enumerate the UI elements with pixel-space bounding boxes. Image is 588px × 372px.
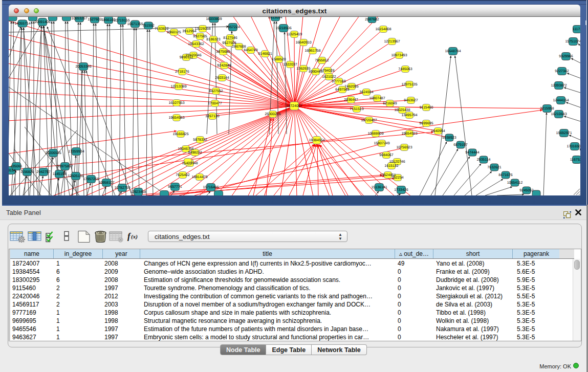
svg-text:9329966: 9329966 bbox=[559, 55, 573, 58]
svg-text:9084067: 9084067 bbox=[379, 154, 393, 157]
svg-text:3215958: 3215958 bbox=[540, 107, 554, 111]
svg-text:16961758: 16961758 bbox=[304, 49, 320, 53]
svg-text:9699695: 9699695 bbox=[419, 122, 433, 125]
svg-text:8471676: 8471676 bbox=[498, 173, 512, 177]
svg-text:7625402: 7625402 bbox=[176, 173, 189, 177]
svg-text:16033809: 16033809 bbox=[206, 17, 222, 21]
svg-text:14055714: 14055714 bbox=[14, 22, 30, 26]
svg-text:19218506: 19218506 bbox=[275, 27, 291, 30]
svg-text:39154: 39154 bbox=[9, 169, 16, 172]
svg-text:10653267: 10653267 bbox=[71, 17, 87, 20]
svg-text:16107553: 16107553 bbox=[168, 101, 184, 105]
svg-text:9890112: 9890112 bbox=[180, 56, 193, 59]
svg-text:19654983: 19654983 bbox=[168, 116, 184, 120]
svg-text:8813054: 8813054 bbox=[268, 17, 282, 19]
svg-text:3624554: 3624554 bbox=[359, 91, 373, 94]
svg-text:2603144: 2603144 bbox=[215, 76, 229, 80]
svg-text:16671355: 16671355 bbox=[127, 23, 143, 26]
svg-text:9777169: 9777169 bbox=[332, 80, 345, 83]
svg-text:8186323: 8186323 bbox=[206, 38, 220, 41]
svg-text:18724007: 18724007 bbox=[286, 104, 302, 108]
svg-text:16543362: 16543362 bbox=[188, 42, 204, 46]
svg-text:20691406: 20691406 bbox=[34, 20, 50, 24]
svg-text:(x): (x) bbox=[131, 233, 138, 240]
svg-text:1167534: 1167534 bbox=[570, 158, 580, 162]
svg-text:2935114: 2935114 bbox=[477, 158, 491, 162]
svg-text:3267130: 3267130 bbox=[205, 115, 219, 118]
svg-text:10688609: 10688609 bbox=[367, 132, 383, 136]
svg-text:9463627: 9463627 bbox=[404, 99, 418, 102]
svg-text:252254: 252254 bbox=[391, 176, 403, 180]
svg-text:751552: 751552 bbox=[142, 24, 154, 28]
svg-text:7151513: 7151513 bbox=[350, 107, 363, 111]
svg-text:16914479: 16914479 bbox=[191, 176, 207, 179]
svg-text:16648784: 16648784 bbox=[445, 50, 461, 53]
svg-text:19384554: 19384554 bbox=[309, 139, 324, 142]
svg-text:16640910: 16640910 bbox=[295, 41, 311, 45]
svg-text:19166825: 19166825 bbox=[172, 133, 188, 136]
svg-text:12923468: 12923468 bbox=[130, 190, 146, 194]
svg-text:3875685: 3875685 bbox=[216, 50, 230, 54]
svg-text:9327505: 9327505 bbox=[193, 35, 207, 38]
svg-text:1733426: 1733426 bbox=[394, 188, 408, 192]
svg-text:1640954: 1640954 bbox=[431, 129, 445, 133]
svg-text:1145194: 1145194 bbox=[53, 172, 67, 176]
svg-text:25300215: 25300215 bbox=[265, 113, 280, 116]
svg-text:10046756: 10046756 bbox=[178, 147, 193, 151]
svg-text:2867608: 2867608 bbox=[232, 45, 246, 49]
svg-text:20206535: 20206535 bbox=[45, 151, 61, 155]
svg-text:17359934: 17359934 bbox=[68, 150, 84, 154]
svg-text:9657771: 9657771 bbox=[168, 185, 182, 189]
svg-text:9474444: 9474444 bbox=[465, 151, 479, 155]
svg-text:9227342: 9227342 bbox=[555, 70, 569, 73]
svg-text:19654923: 19654923 bbox=[401, 132, 417, 136]
svg-text:16154808: 16154808 bbox=[375, 28, 391, 31]
svg-text:7163822: 7163822 bbox=[155, 27, 168, 31]
svg-text:9146821: 9146821 bbox=[258, 52, 272, 56]
svg-text:2718176: 2718176 bbox=[175, 70, 189, 74]
svg-text:10025438: 10025438 bbox=[394, 108, 410, 112]
svg-text:11325419: 11325419 bbox=[287, 33, 302, 36]
svg-text:5878332: 5878332 bbox=[193, 138, 207, 142]
svg-text:20053346: 20053346 bbox=[75, 65, 91, 69]
svg-text:10719155: 10719155 bbox=[114, 19, 129, 23]
svg-text:1700477: 1700477 bbox=[208, 102, 222, 105]
svg-text:7955812: 7955812 bbox=[315, 59, 329, 62]
svg-text:15807249: 15807249 bbox=[374, 142, 389, 145]
svg-text:7485063: 7485063 bbox=[398, 68, 412, 71]
svg-text:16782759: 16782759 bbox=[114, 186, 130, 190]
svg-text:6879197: 6879197 bbox=[453, 143, 467, 147]
svg-text:12213967: 12213967 bbox=[384, 40, 400, 43]
svg-text:1156829: 1156829 bbox=[20, 170, 34, 174]
svg-text:17957255: 17957255 bbox=[83, 178, 99, 181]
svg-text:10756923: 10756923 bbox=[396, 146, 412, 149]
svg-text:12444154: 12444154 bbox=[553, 99, 569, 102]
svg-text:6216049: 6216049 bbox=[383, 102, 397, 105]
svg-text:435061: 435061 bbox=[10, 165, 22, 168]
svg-text:8127546: 8127546 bbox=[223, 36, 237, 40]
svg-text:10654112: 10654112 bbox=[507, 181, 523, 185]
svg-text:13226058: 13226058 bbox=[194, 27, 210, 31]
svg-text:8427552: 8427552 bbox=[209, 90, 223, 93]
svg-text:9527508: 9527508 bbox=[222, 41, 236, 45]
svg-text:9498222: 9498222 bbox=[188, 151, 202, 155]
svg-text:1527602: 1527602 bbox=[88, 18, 101, 21]
svg-text:7357224: 7357224 bbox=[226, 26, 239, 29]
svg-text:12093872: 12093872 bbox=[551, 84, 567, 87]
svg-text:2087682: 2087682 bbox=[365, 18, 379, 21]
svg-text:15692971: 15692971 bbox=[556, 132, 572, 135]
svg-text:9242848: 9242848 bbox=[217, 64, 231, 68]
svg-text:2942757: 2942757 bbox=[36, 170, 50, 174]
svg-text:1615132: 1615132 bbox=[384, 164, 398, 168]
svg-text:9245052: 9245052 bbox=[519, 189, 533, 192]
svg-text:15716485: 15716485 bbox=[203, 186, 219, 189]
svg-text:16210643: 16210643 bbox=[551, 113, 567, 116]
svg-text:10973493: 10973493 bbox=[391, 54, 407, 57]
svg-text:7462055: 7462055 bbox=[344, 85, 358, 89]
svg-text:13495794: 13495794 bbox=[401, 114, 417, 117]
svg-text:8454749: 8454749 bbox=[244, 49, 257, 52]
svg-text:17016504: 17016504 bbox=[567, 145, 580, 148]
svg-text:9115460: 9115460 bbox=[420, 106, 433, 110]
svg-text:8960125: 8960125 bbox=[167, 31, 181, 34]
svg-text:12505135: 12505135 bbox=[68, 174, 83, 178]
